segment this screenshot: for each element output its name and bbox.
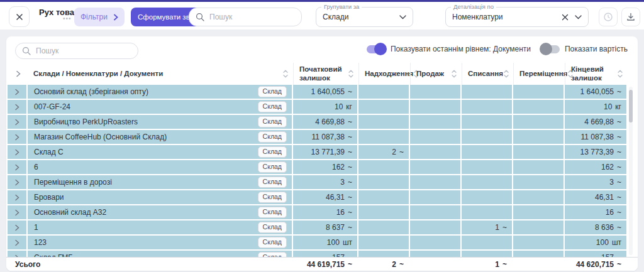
row-end-balance-cell: 100шт [565,236,626,249]
row-expander-cell[interactable] [8,190,26,204]
scrollbar-thumb[interactable] [629,90,633,122]
column-header-sale[interactable]: Продаж [410,63,460,85]
sort-icon[interactable] [503,69,509,79]
row-income-cell [358,115,409,129]
row-transfer-cell [513,130,564,144]
table-row[interactable]: 007-GF-24 Склад 10кг 10кг [8,100,626,114]
toolbar-search-input[interactable] [209,13,295,21]
row-expander-cell[interactable] [8,130,26,144]
row-writeoff-cell [462,251,512,257]
report-card: Показувати останнім рівнем: Документи По… [6,36,638,271]
table-row[interactable]: Склад С Склад 13 771,39~ 2~ 13 773,39~ [8,145,626,159]
table-row[interactable]: Основий склад (зберігання опту) Склад 1 … [8,85,626,99]
table-row[interactable]: 123 Склад 100шт 100шт [8,236,626,249]
row-expander-cell[interactable] [8,251,26,257]
row-writeoff-cell [462,160,512,174]
search-icon [196,13,204,21]
download-button[interactable] [621,8,640,26]
toggle-last-level-documents[interactable]: Показувати останнім рівнем: Документи [367,45,531,53]
cell-value: 162 [601,163,614,171]
toggle-on-switch[interactable] [367,45,386,53]
table-row[interactable]: Переміщення в дорозі Склад 3~ 3~ [8,175,626,189]
cell-unit: ~ [348,208,352,217]
table-search-input[interactable] [36,46,131,55]
table-row[interactable]: 1 Склад 8 637~ 1~ 8 636~ [8,220,626,234]
detail-by-label: Деталізація по [451,3,496,10]
cell-unit: ~ [348,260,352,269]
row-expander-cell[interactable] [8,115,26,129]
cell-unit: ~ [348,178,352,187]
cell-unit: ~ [617,223,621,232]
group-by-select[interactable]: Групувати за Склади [316,7,413,27]
column-header-income[interactable]: Надходження [358,63,409,85]
cell-value: 10 [335,102,343,111]
chevron-right-icon [15,239,19,246]
detail-by-select[interactable]: Деталізація по Номенклатури [445,7,589,27]
row-expander-cell[interactable] [8,160,26,174]
cell-value: 1 640,055 [311,87,345,96]
row-sale-cell [410,205,460,219]
sort-icon[interactable] [282,69,289,79]
header-expander-cell[interactable] [8,63,26,85]
row-income-cell [358,175,409,189]
row-expander-cell[interactable] [8,85,26,99]
row-type-badge: Склад [258,116,287,128]
column-header-start-balance[interactable]: Початковий залишок [293,63,357,85]
table-row[interactable]: 6 Склад 162~ 162~ [8,160,626,174]
clear-icon[interactable] [562,14,569,21]
row-type-badge: Склад [258,86,287,97]
filters-button[interactable]: Фільтри [74,8,125,26]
column-header-name[interactable]: Склади / Номенклатури / Документи [28,63,292,85]
vertical-scrollbar[interactable] [629,87,633,255]
row-start-balance-cell: 8 637~ [293,220,357,234]
chevron-right-icon [15,179,19,186]
row-writeoff-cell [462,130,512,144]
cell-value: 8 637 [326,223,345,232]
sort-icon[interactable] [451,69,457,79]
table-row[interactable]: Склад ГМБ Склад 157~ 157~ [8,251,626,257]
row-expander-cell[interactable] [8,205,26,219]
chevron-down-icon[interactable] [575,15,582,19]
total-end-balance: 44 620,715~ [565,258,626,271]
row-expander-cell[interactable] [8,100,26,114]
chevron-right-icon [15,104,19,111]
column-label: Переміщення [519,70,567,78]
row-name: Переміщення в дорозі [34,178,112,187]
row-start-balance-cell: 1 640,055~ [293,85,357,99]
row-expander-cell[interactable] [8,145,26,159]
toggle-show-cost[interactable]: Показати вартість [541,45,628,53]
row-name-cell: Виробництво PerkUpRoasters Склад [28,115,292,129]
column-label: Склади / Номенклатури / Документи [33,70,163,78]
sort-icon[interactable] [348,69,354,79]
cell-value: 44 619,715 [307,260,345,269]
table-row[interactable]: Бровари Склад 46,31~ 46,31~ [8,190,626,204]
row-sale-cell [410,190,460,204]
row-income-cell [358,205,409,219]
cell-value: 10 [604,102,612,111]
row-expander-cell[interactable] [8,220,26,234]
row-transfer-cell [513,190,564,204]
table-row[interactable]: Виробництво PerkUpRoasters Склад 4 669,8… [8,115,626,129]
close-button[interactable] [9,6,30,27]
row-writeoff-cell [462,175,512,189]
cell-value: 46,31 [595,193,614,202]
cell-unit: шт [612,238,621,247]
table-row[interactable]: Магазин CoffeeHub (Основний Склад) Склад… [8,130,626,144]
column-header-end-balance[interactable]: Кінцевий залишок [565,63,626,85]
column-header-transfer[interactable]: Переміщення [513,63,564,85]
toolbar-search[interactable] [189,8,302,26]
table-search[interactable] [15,43,138,59]
row-income-cell [358,220,409,234]
table-row[interactable]: Основний склад А32 Склад 16~ 16~ [8,205,626,219]
sort-icon[interactable] [617,69,623,79]
row-transfer-cell [513,220,564,234]
row-expander-cell[interactable] [8,175,26,189]
row-expander-cell[interactable] [8,236,26,249]
chevron-right-icon [15,89,19,95]
row-type-badge: Склад [258,192,287,203]
toggle-off-switch[interactable] [541,45,560,53]
row-sale-cell [410,115,460,129]
history-button[interactable] [599,8,618,26]
cell-value: 11 087,38 [580,133,614,141]
column-header-writeoff[interactable]: Списання [462,63,512,85]
